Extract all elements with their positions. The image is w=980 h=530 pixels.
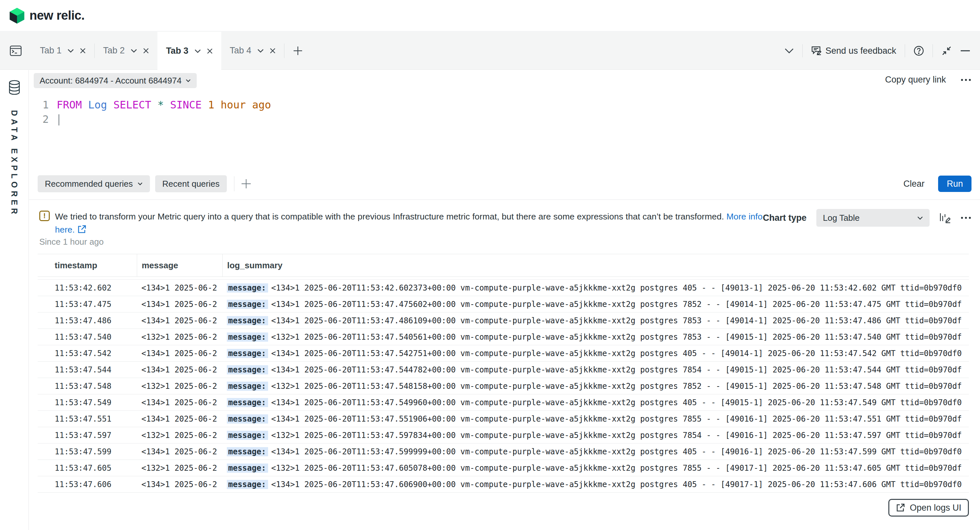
column-header-log-summary[interactable]: log_summary — [222, 254, 969, 276]
chevron-down-icon[interactable] — [257, 49, 264, 53]
log-table-body: 11:53:42.602<134>1 2025-06-2message:<134… — [38, 280, 969, 493]
table-row[interactable]: 11:53:47.544<134>1 2025-06-2message:<134… — [38, 362, 969, 378]
tab-label: Tab 1 — [40, 46, 62, 56]
collapse-icon[interactable] — [941, 46, 952, 56]
external-link-icon — [896, 503, 905, 512]
query-line-2: 2 — [29, 112, 271, 126]
table-row[interactable]: 11:53:42.602<134>1 2025-06-2message:<134… — [38, 280, 969, 296]
recommended-queries-button[interactable]: Recommended queries — [38, 175, 150, 192]
data-explorer-rail: DATA EXPLORER — [0, 70, 29, 530]
add-query-button[interactable] — [241, 179, 251, 189]
external-link-icon[interactable] — [77, 225, 86, 234]
close-icon[interactable] — [80, 48, 86, 54]
log-table-header: timestamp message log_summary — [38, 254, 969, 277]
log-key-highlight: message: — [227, 349, 268, 358]
query-text: FROM Log SELECT * SINCE 1 hour ago — [57, 99, 271, 111]
cell-message: <134>1 2025-06-2 — [137, 316, 222, 325]
cell-timestamp: 11:53:47.549 — [38, 398, 137, 407]
table-row[interactable]: 11:53:47.606<134>1 2025-06-2message:<134… — [38, 476, 969, 493]
table-row[interactable]: 11:53:47.549<134>1 2025-06-2message:<134… — [38, 394, 969, 411]
table-row[interactable]: 11:53:47.475<134>1 2025-06-2message:<134… — [38, 296, 969, 313]
cell-message: <132>1 2025-06-2 — [137, 382, 222, 391]
log-key-highlight: message: — [227, 414, 268, 423]
more-options-icon[interactable] — [960, 217, 972, 219]
divider — [905, 44, 905, 57]
recommended-queries-label: Recommended queries — [45, 179, 133, 189]
table-row[interactable]: 11:53:47.540<132>1 2025-06-2message:<132… — [38, 329, 969, 345]
query-console-icon[interactable] — [0, 32, 32, 69]
cell-timestamp: 11:53:47.605 — [38, 463, 137, 473]
log-key-highlight: message: — [227, 316, 268, 325]
cell-log-summary: message:<134>1 2025-06-20T11:53:47.47560… — [222, 300, 969, 309]
feedback-icon — [811, 46, 822, 56]
log-key-highlight: message: — [227, 480, 268, 489]
send-feedback-button[interactable]: Send us feedback — [811, 46, 896, 56]
chevron-down-icon[interactable] — [194, 49, 201, 53]
brand-name: new relic. — [29, 8, 84, 22]
column-header-message[interactable]: message — [137, 254, 222, 276]
open-logs-ui-button[interactable]: Open logs UI — [888, 499, 969, 517]
add-tab-button[interactable] — [285, 32, 311, 69]
cell-message: <132>1 2025-06-2 — [137, 463, 222, 473]
cell-log-summary: message:<134>1 2025-06-20T11:53:42.60237… — [222, 283, 969, 292]
close-icon[interactable] — [207, 48, 213, 54]
cell-log-summary: message:<134>1 2025-06-20T11:53:47.54996… — [222, 398, 969, 407]
warning-icon: ! — [39, 211, 50, 221]
cell-message: <134>1 2025-06-2 — [137, 365, 222, 374]
chevron-down-icon[interactable] — [130, 49, 137, 53]
cell-log-summary: message:<134>1 2025-06-20T11:53:47.59999… — [222, 447, 969, 456]
table-scroll-sliver — [38, 277, 969, 280]
help-icon[interactable] — [913, 46, 924, 56]
account-picker[interactable]: Account: 6844974 - Account 6844974 — [34, 73, 197, 88]
log-key-highlight: message: — [227, 431, 268, 440]
tab-4[interactable]: Tab 4 — [221, 32, 284, 69]
chart-type-select[interactable]: Log Table — [816, 209, 930, 227]
since-label: Since 1 hour ago — [39, 237, 104, 247]
table-row[interactable]: 11:53:47.548<132>1 2025-06-2message:<132… — [38, 378, 969, 394]
column-header-timestamp[interactable]: timestamp — [38, 254, 137, 276]
cell-log-summary: message:<134>1 2025-06-20T11:53:47.54275… — [222, 349, 969, 358]
cell-timestamp: 11:53:47.551 — [38, 414, 137, 423]
table-row[interactable]: 11:53:47.542<134>1 2025-06-2message:<134… — [38, 345, 969, 362]
feedback-label: Send us feedback — [826, 46, 896, 56]
cell-timestamp: 11:53:47.597 — [38, 431, 137, 440]
recent-queries-button[interactable]: Recent queries — [155, 175, 227, 192]
open-logs-ui-label: Open logs UI — [910, 503, 961, 513]
line-number: 2 — [29, 113, 49, 126]
minimize-icon[interactable] — [960, 50, 970, 52]
log-table: timestamp message log_summary 11:53:42.6… — [38, 254, 969, 493]
cell-timestamp: 11:53:47.548 — [38, 382, 137, 391]
tab-3[interactable]: Tab 3 — [158, 32, 221, 70]
close-icon[interactable] — [270, 48, 275, 54]
cell-log-summary: message:<132>1 2025-06-20T11:53:47.54056… — [222, 332, 969, 342]
query-line-1: 1 FROM Log SELECT * SINCE 1 hour ago — [29, 97, 271, 112]
chart-type-label: Chart type — [763, 213, 807, 223]
query-editor[interactable]: 1 FROM Log SELECT * SINCE 1 hour ago 2 — [29, 97, 271, 126]
cell-timestamp: 11:53:47.486 — [38, 316, 137, 325]
text-cursor — [57, 113, 59, 126]
edit-chart-icon[interactable] — [939, 212, 951, 224]
table-row[interactable]: 11:53:47.605<132>1 2025-06-2message:<132… — [38, 460, 969, 476]
cell-message: <134>1 2025-06-2 — [137, 283, 222, 292]
cell-timestamp: 11:53:42.602 — [38, 283, 137, 292]
table-row[interactable]: 11:53:47.599<134>1 2025-06-2message:<134… — [38, 444, 969, 460]
clear-button[interactable]: Clear — [904, 179, 925, 189]
table-row[interactable]: 11:53:47.551<134>1 2025-06-2message:<134… — [38, 411, 969, 427]
close-icon[interactable] — [143, 48, 149, 54]
table-row[interactable]: 11:53:47.486<134>1 2025-06-2message:<134… — [38, 313, 969, 329]
log-key-highlight: message: — [227, 447, 268, 456]
chart-controls: Chart type Log Table — [763, 209, 972, 227]
app-header: new relic. — [0, 0, 980, 32]
table-row[interactable]: 11:53:47.597<132>1 2025-06-2message:<132… — [38, 427, 969, 444]
run-button[interactable]: Run — [938, 176, 972, 192]
chevron-down-icon — [137, 182, 143, 185]
database-icon[interactable] — [8, 80, 21, 95]
tab-2[interactable]: Tab 2 — [95, 32, 158, 69]
cell-timestamp: 11:53:47.542 — [38, 349, 137, 358]
chevron-down-icon[interactable] — [784, 48, 794, 53]
more-options-icon[interactable] — [960, 78, 972, 81]
chevron-down-icon[interactable] — [67, 49, 74, 53]
cell-timestamp: 11:53:47.540 — [38, 332, 137, 342]
copy-query-link-button[interactable]: Copy query link — [885, 75, 946, 85]
tab-1[interactable]: Tab 1 — [32, 32, 94, 69]
